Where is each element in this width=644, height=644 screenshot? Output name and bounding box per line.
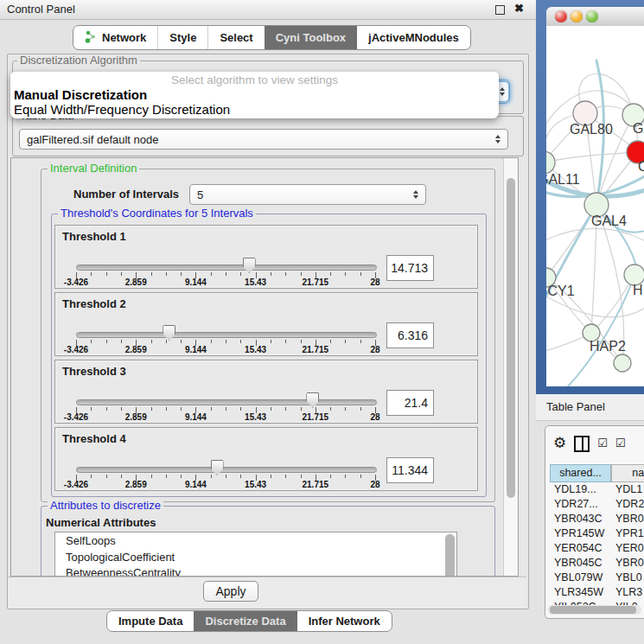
threshold-value-field[interactable]: 11.344	[386, 457, 434, 483]
threshold-slider[interactable]: -3.4262.8599.14415.4321.71528	[76, 428, 375, 492]
table-cell[interactable]: YLR3	[611, 585, 644, 600]
network-window-titlebar[interactable]	[546, 7, 644, 27]
tab-cyni-toolbox[interactable]: Cyni Toolbox	[265, 26, 357, 49]
network-edge	[546, 152, 638, 163]
table-hscrollbar[interactable]	[548, 605, 641, 615]
minimize-button[interactable]	[571, 10, 583, 22]
close-button[interactable]	[555, 10, 567, 22]
table-row[interactable]: YBR045CYBR0	[550, 556, 644, 571]
attributes-group-label: Attributes to discretize	[48, 500, 163, 512]
threshold-panel: Threshold 3-3.4262.8599.14415.4321.71528…	[54, 360, 478, 424]
slider-tick	[285, 407, 286, 411]
checkbox-icon[interactable]: ☑	[615, 437, 626, 450]
slider-tick-label: 15.43	[245, 277, 266, 287]
table-cell[interactable]: YBR045C	[550, 556, 611, 571]
threshold-value-field[interactable]: 21.4	[386, 390, 434, 416]
slider-tick	[211, 407, 212, 411]
table-cell[interactable]: YBL079W	[550, 571, 611, 585]
table-cell[interactable]: YDR2	[611, 497, 644, 512]
slider-tick-label: 21.715	[303, 345, 329, 354]
slider-tick	[106, 340, 107, 343]
table-cell[interactable]: YPR1	[611, 526, 644, 541]
slider-tick-label: 28	[370, 277, 379, 287]
slider-tick	[240, 272, 241, 276]
network-view-window[interactable]: GAL80GACGAL11GAL4GCY1HHAP2	[536, 0, 644, 394]
slider-track[interactable]	[76, 332, 377, 338]
table-cell[interactable]: YPR145W	[550, 526, 611, 541]
slider-tick	[330, 272, 331, 276]
slider-track[interactable]	[76, 399, 377, 405]
scrollbar-thumb[interactable]	[507, 178, 515, 498]
zoom-button[interactable]	[586, 10, 598, 22]
column-header-shared[interactable]: shared...	[550, 464, 611, 482]
gear-icon[interactable]: ⚙	[553, 435, 566, 452]
table-cell[interactable]: YDL1	[611, 482, 644, 497]
tab-network[interactable]: Network	[73, 26, 157, 49]
algorithm-option[interactable]: Equal Width/Frequency Discretization	[10, 102, 499, 117]
numerical-attributes-label: Numerical Attributes	[46, 516, 156, 529]
number-of-intervals-combobox[interactable]: 5	[189, 184, 426, 205]
apply-button[interactable]: Apply	[203, 581, 258, 602]
table-cell[interactable]: YBR0	[611, 556, 644, 571]
table-cell[interactable]: YER054C	[550, 541, 611, 556]
network-node[interactable]	[614, 354, 631, 372]
table-row[interactable]: YER054CYER0	[550, 541, 644, 556]
slider-thumb[interactable]	[163, 325, 175, 341]
table-row[interactable]: YPR145WYPR1	[550, 526, 644, 541]
table-cell[interactable]: YBR0	[611, 512, 644, 526]
float-window-icon[interactable]	[495, 5, 505, 15]
slider-tick	[121, 272, 122, 276]
slider-tick	[360, 340, 361, 343]
threshold-value-field[interactable]: 14.713	[386, 255, 434, 281]
threshold-slider[interactable]: -3.4262.8599.14415.4321.71528	[76, 360, 375, 424]
slider-tick	[181, 407, 182, 411]
tab-select[interactable]: Select	[207, 26, 264, 49]
table-cell[interactable]: YBR043C	[550, 512, 611, 526]
checkbox-icon[interactable]: ☑	[597, 437, 608, 450]
tab-jactivemnodules[interactable]: jActiveMNodules	[357, 26, 470, 49]
table-cell[interactable]: YBL0	[611, 571, 644, 585]
tab-infer-network[interactable]: Infer Network	[297, 611, 392, 631]
table-row[interactable]: YBL079WYBL0	[550, 571, 644, 585]
table-panel-toolbar: ⚙ ☑ ☑	[553, 432, 626, 455]
slider-thumb[interactable]	[243, 258, 256, 273]
close-icon[interactable]: ✖	[514, 2, 524, 15]
slider-thumb[interactable]	[306, 392, 319, 408]
network-canvas[interactable]: GAL80GACGAL11GAL4GCY1HHAP2	[546, 26, 644, 386]
table-hscrollbar-thumb[interactable]	[550, 606, 636, 614]
table-panel-titlebar: Table Panel	[536, 394, 644, 421]
table-row[interactable]: YDL19...YDL1	[550, 482, 644, 497]
table-data-combobox[interactable]: galFiltered.sif default node	[19, 129, 508, 150]
slider-tick-label: 28	[370, 345, 379, 354]
table-row[interactable]: YBR043CYBR0	[550, 512, 644, 526]
tab-style[interactable]: Style	[157, 26, 207, 49]
table-cell[interactable]: YDL19...	[550, 482, 611, 497]
tab-label: Network	[102, 31, 146, 44]
table-row[interactable]: YDR27...YDR2	[550, 497, 644, 512]
column-header-name[interactable]: name	[611, 464, 644, 482]
attribute-item[interactable]: TopologicalCoefficient	[55, 549, 456, 565]
tab-discretize-data[interactable]: Discretize Data	[194, 611, 296, 631]
slider-tick	[285, 475, 286, 478]
attributes-list[interactable]: SelfLoopsTopologicalCoefficientBetweenne…	[54, 532, 457, 577]
list-scrollbar-thumb[interactable]	[445, 534, 455, 577]
table-cell[interactable]: YDR27...	[550, 497, 611, 512]
algorithm-option[interactable]: Manual Discretization	[10, 87, 499, 102]
attribute-item[interactable]: SelfLoops	[55, 532, 456, 549]
table-row[interactable]: YLR345WYLR3	[550, 585, 644, 600]
slider-tick	[91, 272, 92, 276]
slider-track[interactable]	[76, 467, 377, 473]
threshold-slider[interactable]: -3.4262.8599.14415.4321.71528	[76, 226, 375, 290]
slider-thumb[interactable]	[211, 460, 224, 475]
attribute-item[interactable]: BetweennessCentrality	[55, 564, 456, 577]
slider-track[interactable]	[76, 265, 377, 271]
slider-tick	[360, 475, 361, 478]
table-cell[interactable]: YLR345W	[550, 585, 611, 600]
slider-tick-label: 21.715	[303, 412, 329, 422]
threshold-value-field[interactable]: 6.316	[386, 322, 434, 348]
tab-impute-data[interactable]: Impute Data	[107, 611, 194, 631]
threshold-slider[interactable]: -3.4262.8599.14415.4321.71528	[76, 293, 375, 357]
columns-icon[interactable]	[574, 436, 590, 452]
table-cell[interactable]: YER0	[611, 541, 644, 556]
slider-tick-label: 2.859	[125, 277, 147, 287]
